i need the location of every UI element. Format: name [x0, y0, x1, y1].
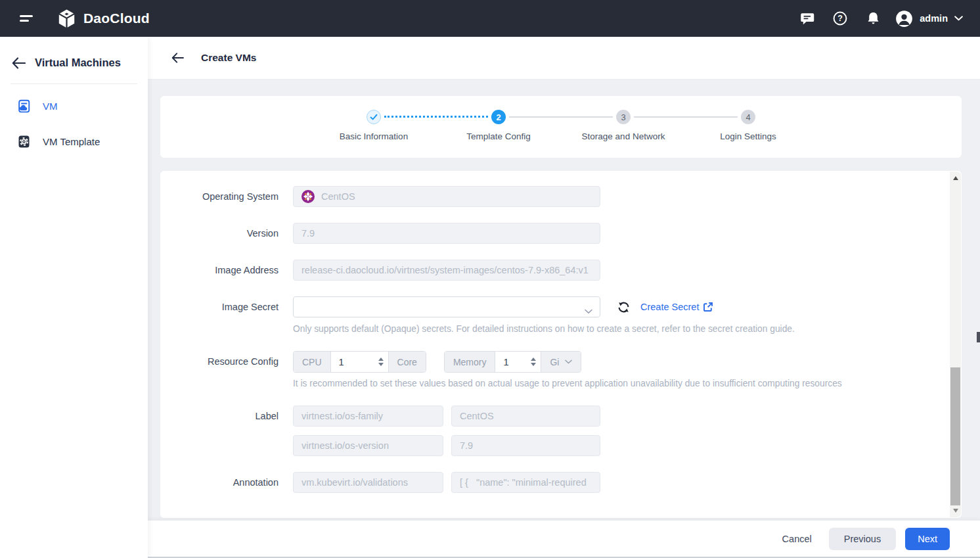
memory-unit: Gi [550, 357, 559, 367]
sidebar-item-vm[interactable]: VM [0, 95, 148, 117]
help-icon[interactable]: ? [832, 11, 848, 26]
topbar-actions: ? admin [782, 10, 980, 28]
sidebar-item-label: VM [43, 101, 58, 112]
brand-name: DaoCloud [83, 11, 150, 26]
messages-icon[interactable] [799, 11, 815, 26]
scrollbar-thumb[interactable] [950, 367, 960, 505]
scroll-down-arrow[interactable] [950, 505, 961, 516]
vm-template-icon [17, 135, 31, 149]
resource-config-label: Resource Config [160, 351, 293, 373]
next-button[interactable]: Next [905, 528, 950, 550]
sidebar-title: Virtual Machines [35, 57, 121, 69]
page-title: Create VMs [201, 52, 256, 64]
step-login-settings[interactable]: 4 Login Settings [686, 110, 811, 158]
label-pair: virtnest.io/os-version 7.9 [293, 435, 600, 456]
annotation-key: vm.kubevirt.io/validations [301, 477, 408, 488]
wizard-footer: Cancel Previous Next [148, 521, 980, 558]
divider [11, 83, 137, 84]
image-address-label: Image Address [160, 260, 293, 281]
memory-prefix: Memory [445, 352, 496, 372]
create-secret-label: Create Secret [640, 302, 699, 312]
page-back-icon[interactable] [171, 53, 184, 63]
sidebar-item-vm-template[interactable]: VM Template [0, 130, 148, 152]
memory-value-input[interactable] [495, 357, 529, 367]
cancel-button[interactable]: Cancel [773, 528, 821, 549]
image-secret-helper: Only supports default (Opaque) secrets. … [293, 324, 962, 334]
operating-system-field: CentOS [293, 186, 600, 207]
form-scrollbar[interactable] [950, 172, 961, 517]
annotation-value-field: [ { "name": "minimal-required [451, 472, 600, 493]
sidebar-item-label: VM Template [43, 136, 100, 147]
image-address-field: release-ci.daocloud.io/virtnest/system-i… [293, 260, 600, 281]
step-label: Storage and Network [582, 131, 665, 141]
brand-logo: DaoCloud [58, 9, 150, 28]
step-number: 3 [616, 110, 631, 124]
memory-stepper [531, 358, 536, 366]
user-menu[interactable]: admin [895, 10, 963, 28]
cpu-increment[interactable] [378, 358, 384, 361]
chevron-down-icon [565, 360, 572, 364]
topbar: DaoCloud ? [0, 0, 980, 37]
template-config-form: Operating System CentOS [160, 171, 962, 518]
sidebar-back-icon[interactable] [12, 57, 26, 69]
label-value: CentOS [460, 411, 494, 421]
annotation-label: Annotation [160, 472, 293, 493]
memory-decrement[interactable] [531, 363, 536, 366]
cpu-value-input[interactable] [331, 357, 377, 367]
version-value: 7.9 [301, 228, 315, 239]
create-secret-link[interactable]: Create Secret [640, 302, 713, 312]
main-content: Create VMs Basic Information 2 Template … [148, 37, 980, 558]
label-key: virtnest.io/os-family [301, 411, 383, 421]
resource-config-row: Resource Config CPU Core Memory [160, 351, 962, 373]
step-label: Login Settings [720, 131, 776, 141]
previous-button[interactable]: Previous [829, 528, 896, 550]
label-key: virtnest.io/os-version [301, 440, 389, 451]
step-label: Basic Information [340, 131, 408, 141]
image-secret-select[interactable] [293, 296, 600, 317]
label-value: 7.9 [460, 440, 473, 451]
cpu-decrement[interactable] [378, 363, 384, 366]
image-address-value: release-ci.daocloud.io/virtnest/system-i… [301, 265, 589, 275]
annotation-value: [ { "name": "minimal-required [460, 477, 587, 488]
daocloud-cube-icon [58, 9, 76, 28]
memory-increment[interactable] [531, 358, 536, 361]
username: admin [920, 13, 948, 24]
wizard-stepper: Basic Information 2 Template Config 3 St… [160, 96, 962, 158]
version-label: Version [160, 223, 293, 244]
annotation-pair: vm.kubevirt.io/validations [ { "name": "… [293, 472, 600, 493]
refresh-secrets-icon[interactable] [617, 300, 631, 314]
version-field: 7.9 [293, 223, 600, 244]
version-row: Version 7.9 [160, 223, 962, 244]
sidebar: Virtual Machines VM VM Template [0, 37, 148, 558]
page-scrollbar-thumb[interactable] [977, 332, 980, 342]
operating-system-row: Operating System CentOS [160, 186, 962, 207]
label-value-field: 7.9 [451, 435, 600, 456]
menu-icon[interactable] [20, 12, 33, 25]
memory-group: Memory Gi [444, 351, 582, 373]
notifications-bell-icon[interactable] [865, 11, 881, 26]
label-pair: virtnest.io/os-family CentOS [293, 406, 600, 427]
scroll-up-arrow[interactable] [950, 173, 961, 183]
label-label: Label [160, 406, 293, 456]
cpu-prefix: CPU [294, 352, 331, 372]
image-secret-row: Image Secret [160, 296, 962, 317]
cpu-stepper [378, 358, 384, 366]
cpu-group: CPU Core [293, 351, 426, 373]
image-address-row: Image Address release-ci.daocloud.io/vir… [160, 260, 962, 281]
cpu-suffix: Core [389, 352, 426, 372]
step-label: Template Config [466, 131, 531, 141]
step-check-icon [367, 110, 381, 124]
page-header: Create VMs [148, 37, 980, 80]
chevron-down-icon [954, 16, 963, 21]
svg-text:?: ? [837, 14, 843, 23]
label-row: Label virtnest.io/os-family CentOS virtn… [160, 406, 962, 456]
label-key-field: virtnest.io/os-version [293, 435, 443, 456]
step-number: 2 [491, 110, 506, 124]
memory-unit-select[interactable]: Gi [541, 352, 581, 372]
annotation-row: Annotation vm.kubevirt.io/validations [ … [160, 472, 962, 493]
image-secret-label: Image Secret [160, 296, 293, 317]
menu-bar [20, 20, 29, 22]
vm-icon [17, 99, 31, 113]
external-link-icon [703, 302, 713, 312]
chevron-down-icon [585, 305, 592, 317]
